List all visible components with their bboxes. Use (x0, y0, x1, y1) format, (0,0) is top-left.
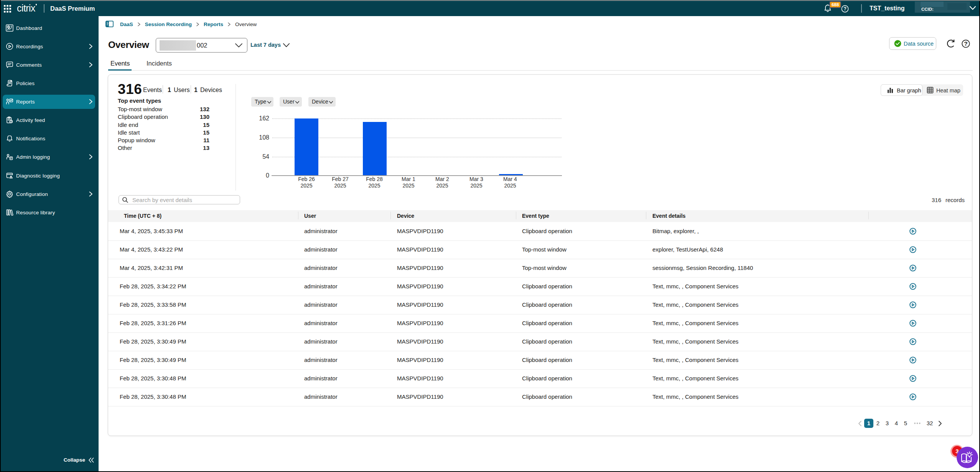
svg-text:?: ? (843, 6, 847, 12)
svg-text:?: ? (964, 40, 967, 47)
